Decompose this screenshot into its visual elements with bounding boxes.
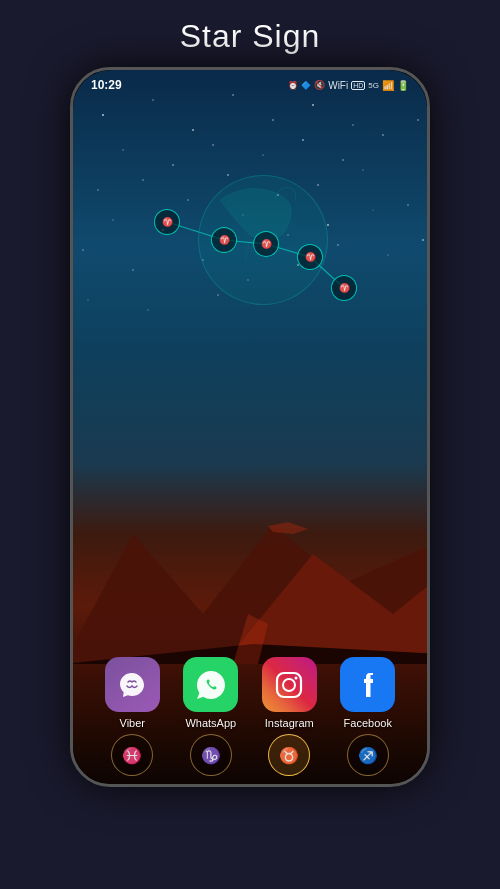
const-node-3: ♈: [253, 231, 279, 257]
svg-point-47: [283, 679, 295, 691]
svg-point-5: [312, 104, 314, 106]
status-icons: ⏰ 🔷 🔇 WiFi HD 5G 📶 🔋: [288, 80, 409, 91]
phone-screen: 10:29 ⏰ 🔷 🔇 WiFi HD 5G 📶 🔋: [73, 70, 427, 784]
signal-icon: 📶: [382, 80, 394, 91]
svg-point-0: [102, 114, 104, 116]
const-node-5: ♈: [331, 275, 357, 301]
svg-point-6: [352, 124, 354, 126]
whatsapp-app[interactable]: WhatsApp: [183, 657, 238, 729]
instagram-app[interactable]: Instagram: [262, 657, 317, 729]
svg-point-29: [82, 249, 84, 251]
zodiac-bar: ♓ ♑ ♉ ♐: [73, 734, 427, 776]
viber-label: Viber: [120, 717, 145, 729]
zodiac-capricorn[interactable]: ♑: [190, 734, 232, 776]
facebook-label: Facebook: [344, 717, 392, 729]
svg-point-36: [422, 239, 424, 241]
svg-point-35: [387, 254, 389, 256]
mountain-svg: [73, 414, 427, 664]
status-time: 10:29: [91, 78, 122, 92]
phone-frame: 10:29 ⏰ 🔷 🔇 WiFi HD 5G 📶 🔋: [70, 67, 430, 787]
svg-point-15: [97, 189, 99, 191]
svg-point-4: [272, 119, 274, 121]
whatsapp-icon: [183, 657, 238, 712]
app-dock: Viber WhatsApp: [73, 657, 427, 729]
wifi-icon: WiFi: [328, 80, 348, 91]
facebook-icon: [340, 657, 395, 712]
zodiac-pisces[interactable]: ♓: [111, 734, 153, 776]
zodiac-taurus[interactable]: ♉: [268, 734, 310, 776]
taurus-symbol: ♉: [279, 746, 299, 765]
svg-point-14: [382, 134, 383, 135]
hd-badge: HD: [351, 81, 365, 90]
battery-icon: 🔋: [397, 80, 409, 91]
whatsapp-label: WhatsApp: [185, 717, 236, 729]
svg-point-48: [295, 676, 298, 679]
pisces-symbol: ♓: [122, 746, 142, 765]
svg-point-37: [417, 119, 419, 121]
viber-app[interactable]: Viber: [105, 657, 160, 729]
facebook-app[interactable]: Facebook: [340, 657, 395, 729]
capricorn-symbol: ♑: [201, 746, 221, 765]
const-node-2: ♈: [211, 227, 237, 253]
svg-point-22: [407, 204, 409, 206]
instagram-label: Instagram: [265, 717, 314, 729]
viber-icon: [105, 657, 160, 712]
page-title: Star Sign: [180, 18, 321, 55]
bluetooth-icon: 🔷: [301, 81, 311, 90]
constellation-area: ♈ ♈ ♈ ♈ ♈: [120, 130, 380, 350]
svg-rect-46: [277, 673, 301, 697]
status-bar: 10:29 ⏰ 🔷 🔇 WiFi HD 5G 📶 🔋: [73, 70, 427, 100]
zodiac-sagittarius[interactable]: ♐: [347, 734, 389, 776]
alarm-icon: ⏰: [288, 81, 298, 90]
instagram-icon: [262, 657, 317, 712]
network-5g: 5G: [368, 81, 379, 90]
mute-icon: 🔇: [314, 80, 325, 90]
const-node-1: ♈: [154, 209, 180, 235]
const-node-4: ♈: [297, 244, 323, 270]
svg-point-23: [112, 219, 113, 220]
sagittarius-symbol: ♐: [358, 746, 378, 765]
svg-point-39: [87, 299, 88, 300]
